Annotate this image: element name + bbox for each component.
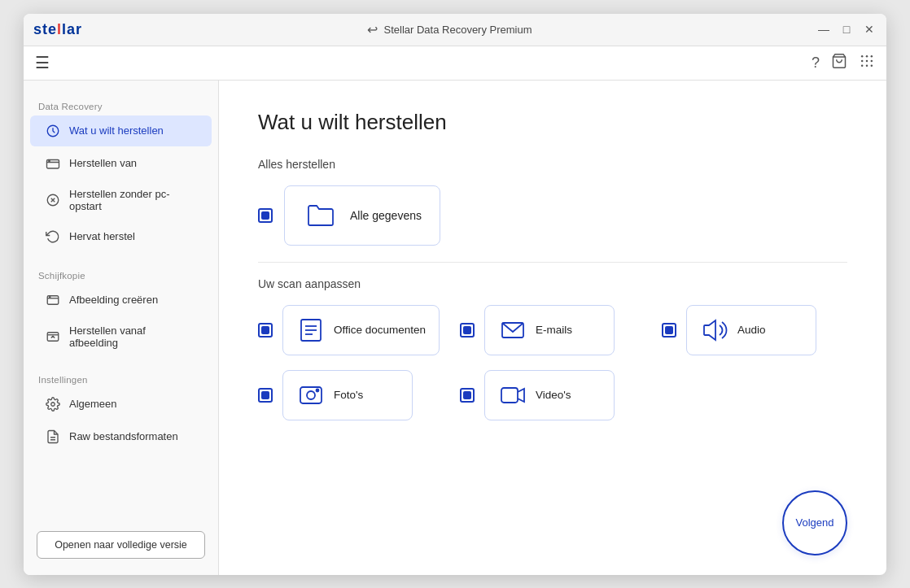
emails-card[interactable]: E-mails (484, 305, 615, 355)
email-icon (498, 316, 527, 345)
next-btn-container: Volgend (782, 490, 847, 555)
emails-checkbox[interactable] (460, 323, 475, 338)
sidebar-item-label: Hervat herstel (69, 230, 135, 242)
office-card[interactable]: Office documenten (282, 305, 440, 355)
sidebar-item-wat-u-wilt[interactable]: Wat u wilt herstellen (30, 115, 212, 146)
sidebar-section-instellingen: Instellingen (24, 367, 218, 388)
svg-point-26 (307, 391, 315, 399)
sidebar-item-label: Algemeen (69, 398, 117, 410)
page-title: Wat u wilt herstellen (258, 110, 847, 135)
titlebar: stellar ↩ Stellar Data Recovery Premium … (24, 14, 886, 46)
svg-point-12 (49, 160, 50, 162)
alle-gegevens-checkbox[interactable] (258, 208, 273, 223)
app-logo: stellar (33, 21, 82, 38)
svg-point-15 (50, 296, 50, 297)
videos-option-item: Video's (460, 370, 645, 420)
svg-point-7 (861, 64, 864, 67)
sidebar-item-label: Herstellen van (69, 157, 137, 169)
sidebar-section-data-recovery: Data Recovery (24, 94, 218, 115)
photo-icon (296, 381, 326, 410)
settings-icon (45, 396, 61, 412)
grid-icon[interactable] (859, 53, 875, 73)
svg-point-8 (866, 64, 868, 67)
main-layout: Data Recovery Wat u wilt herstellen (24, 81, 886, 575)
fotos-checkbox[interactable] (258, 388, 273, 403)
audio-icon (700, 316, 729, 345)
sidebar-item-label: Afbeelding creëren (69, 294, 158, 306)
cart-icon[interactable] (831, 53, 847, 73)
fotos-card[interactable]: Foto's (282, 370, 413, 420)
alle-gegevens-label: Alle gegevens (350, 209, 422, 222)
app-title: Stellar Data Recovery Premium (384, 24, 532, 36)
video-icon (498, 381, 527, 410)
options-grid: Office documenten E-mails (258, 305, 847, 420)
svg-point-9 (871, 64, 873, 67)
folder-icon (303, 198, 339, 233)
audio-checkbox[interactable] (662, 323, 676, 338)
svg-point-3 (871, 54, 873, 57)
sidebar-item-herstellen-vanaf[interactable]: Herstellen vanaf afbeelding (30, 317, 212, 356)
svg-point-2 (866, 54, 868, 57)
recover-what-icon (45, 123, 61, 139)
office-checkbox[interactable] (258, 323, 273, 338)
alles-herstellen-row: Alle gegevens (258, 185, 847, 246)
audio-card[interactable]: Audio (686, 305, 816, 355)
svg-rect-28 (501, 388, 518, 403)
titlebar-title: ↩ Stellar Data Recovery Premium (367, 22, 532, 37)
application-window: stellar ↩ Stellar Data Recovery Premium … (24, 14, 886, 575)
sidebar-item-raw-bestand[interactable]: Raw bestandsformaten (30, 421, 212, 452)
next-button[interactable]: Volgend (782, 490, 847, 555)
divider (258, 262, 847, 263)
svg-point-1 (861, 54, 864, 57)
fotos-label: Foto's (334, 389, 363, 401)
videos-label: Video's (536, 389, 571, 401)
restore-image-icon (45, 329, 61, 345)
document-icon (296, 316, 326, 345)
svg-point-6 (871, 59, 873, 62)
audio-label: Audio (737, 324, 766, 336)
emails-option-item: E-mails (460, 305, 645, 355)
office-label: Office documenten (334, 324, 426, 336)
svg-point-4 (861, 59, 864, 62)
sidebar-item-herstellen-zonder[interactable]: Herstellen zonder pc-opstart (30, 181, 212, 220)
sidebar-bottom: Openen naar volledige versie (24, 531, 218, 562)
maximize-button[interactable]: □ (839, 22, 854, 37)
minimize-button[interactable]: — (816, 22, 831, 37)
svg-point-17 (51, 402, 55, 406)
toolbar: ☰ ? (24, 46, 886, 81)
alles-herstellen-label: Alles herstellen (258, 158, 847, 171)
menu-icon[interactable]: ☰ (35, 53, 50, 72)
sidebar-item-algemeen[interactable]: Algemeen (30, 389, 212, 420)
restore-from-icon (45, 155, 61, 172)
scan-aanpassen-label: Uw scan aanpassen (258, 277, 847, 290)
sidebar-item-afbeelding-creeren[interactable]: Afbeelding creëren (30, 285, 212, 316)
help-icon[interactable]: ? (812, 54, 820, 72)
sidebar: Data Recovery Wat u wilt herstellen (24, 81, 219, 575)
close-button[interactable]: ✕ (862, 22, 877, 37)
sidebar-item-label: Wat u wilt herstellen (69, 124, 164, 137)
audio-option-item: Audio (662, 305, 847, 355)
svg-point-5 (866, 59, 868, 62)
sidebar-item-hervat-herstel[interactable]: Hervat herstel (30, 221, 212, 252)
emails-label: E-mails (536, 324, 572, 336)
no-boot-icon (45, 192, 61, 208)
raw-format-icon (45, 429, 61, 445)
videos-checkbox[interactable] (460, 388, 475, 403)
videos-card[interactable]: Video's (484, 370, 615, 420)
sidebar-item-label: Herstellen zonder pc-opstart (69, 188, 197, 212)
create-image-icon (45, 292, 61, 308)
toolbar-actions: ? (812, 53, 875, 73)
resume-icon (45, 229, 61, 245)
content-area: Wat u wilt herstellen Alles herstellen A… (219, 81, 886, 575)
sidebar-item-herstellen-van[interactable]: Herstellen van (30, 148, 212, 179)
office-option-item: Office documenten (258, 305, 444, 355)
sidebar-section-schijfkopie: Schijfkopie (24, 263, 218, 284)
sidebar-item-label: Herstellen vanaf afbeelding (69, 324, 197, 349)
window-controls: — □ ✕ (816, 22, 877, 37)
upgrade-button[interactable]: Openen naar volledige versie (37, 531, 205, 559)
sidebar-item-label: Raw bestandsformaten (69, 430, 178, 442)
alle-gegevens-card[interactable]: Alle gegevens (284, 185, 440, 246)
fotos-option-item: Foto's (258, 370, 444, 420)
svg-point-27 (317, 389, 319, 391)
